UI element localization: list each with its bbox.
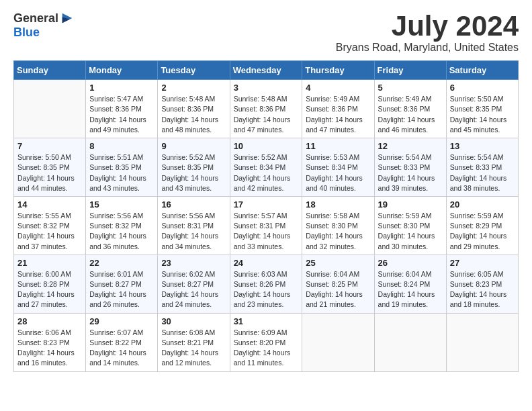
day-info: Sunrise: 6:04 AMSunset: 8:25 PMDaylight:… <box>306 269 370 310</box>
weekday-header-friday: Friday <box>374 61 446 80</box>
day-info: Sunrise: 5:51 AMSunset: 8:35 PMDaylight:… <box>89 152 154 193</box>
day-info: Sunrise: 5:50 AMSunset: 8:35 PMDaylight:… <box>17 152 82 193</box>
logo-general-text: General <box>13 11 58 26</box>
logo-icon <box>60 11 75 26</box>
day-number: 5 <box>378 83 443 93</box>
day-number: 3 <box>234 83 299 93</box>
day-number: 16 <box>161 199 226 210</box>
location-title: Bryans Road, Maryland, United States <box>336 42 519 54</box>
calendar-cell: 21Sunrise: 6:00 AMSunset: 8:28 PMDayligh… <box>14 255 86 313</box>
calendar-cell: 7Sunrise: 5:50 AMSunset: 8:35 PMDaylight… <box>14 138 86 197</box>
calendar-cell: 2Sunrise: 5:48 AMSunset: 8:36 PMDaylight… <box>158 80 230 138</box>
calendar-cell: 23Sunrise: 6:02 AMSunset: 8:27 PMDayligh… <box>158 255 230 313</box>
day-number: 8 <box>89 141 154 151</box>
calendar-cell: 10Sunrise: 5:52 AMSunset: 8:34 PMDayligh… <box>230 138 302 197</box>
day-number: 30 <box>161 316 226 326</box>
calendar-cell: 16Sunrise: 5:56 AMSunset: 8:31 PMDayligh… <box>158 196 230 255</box>
day-number: 25 <box>306 258 370 268</box>
day-info: Sunrise: 5:59 AMSunset: 8:29 PMDaylight:… <box>450 211 515 252</box>
day-number: 17 <box>234 199 299 210</box>
calendar-cell: 30Sunrise: 6:08 AMSunset: 8:21 PMDayligh… <box>158 313 230 371</box>
day-number: 19 <box>378 199 443 210</box>
logo-blue-text: Blue <box>13 26 40 40</box>
day-info: Sunrise: 5:54 AMSunset: 8:33 PMDaylight:… <box>450 152 515 193</box>
day-info: Sunrise: 6:02 AMSunset: 8:27 PMDaylight:… <box>161 269 226 310</box>
day-info: Sunrise: 5:58 AMSunset: 8:30 PMDaylight:… <box>306 211 370 252</box>
calendar-week-2: 7Sunrise: 5:50 AMSunset: 8:35 PMDaylight… <box>14 138 519 197</box>
day-info: Sunrise: 5:48 AMSunset: 8:36 PMDaylight:… <box>234 94 299 135</box>
header: General Blue July 2024 Bryans Road, Mary… <box>13 11 519 54</box>
calendar-cell: 22Sunrise: 6:01 AMSunset: 8:27 PMDayligh… <box>86 255 158 313</box>
day-number: 7 <box>17 141 82 151</box>
day-info: Sunrise: 6:06 AMSunset: 8:23 PMDaylight:… <box>17 328 82 369</box>
calendar-cell: 4Sunrise: 5:49 AMSunset: 8:36 PMDaylight… <box>302 80 374 138</box>
day-number: 15 <box>89 199 154 210</box>
weekday-header-thursday: Thursday <box>302 61 374 80</box>
month-title: July 2024 <box>336 11 519 42</box>
day-number: 23 <box>161 258 226 268</box>
day-info: Sunrise: 5:59 AMSunset: 8:30 PMDaylight:… <box>378 211 443 252</box>
calendar-cell: 20Sunrise: 5:59 AMSunset: 8:29 PMDayligh… <box>446 196 518 255</box>
day-info: Sunrise: 5:52 AMSunset: 8:34 PMDaylight:… <box>234 152 299 193</box>
calendar-cell: 17Sunrise: 5:57 AMSunset: 8:31 PMDayligh… <box>230 196 302 255</box>
calendar-cell: 18Sunrise: 5:58 AMSunset: 8:30 PMDayligh… <box>302 196 374 255</box>
calendar-week-5: 28Sunrise: 6:06 AMSunset: 8:23 PMDayligh… <box>14 313 519 371</box>
calendar-cell: 9Sunrise: 5:52 AMSunset: 8:35 PMDaylight… <box>158 138 230 197</box>
calendar-cell: 19Sunrise: 5:59 AMSunset: 8:30 PMDayligh… <box>374 196 446 255</box>
day-info: Sunrise: 5:48 AMSunset: 8:36 PMDaylight:… <box>161 94 226 135</box>
day-number: 21 <box>17 258 82 268</box>
day-info: Sunrise: 6:05 AMSunset: 8:23 PMDaylight:… <box>450 269 515 310</box>
day-info: Sunrise: 6:04 AMSunset: 8:24 PMDaylight:… <box>378 269 443 310</box>
logo: General Blue <box>13 11 75 40</box>
day-info: Sunrise: 6:03 AMSunset: 8:26 PMDaylight:… <box>234 269 299 310</box>
day-info: Sunrise: 5:52 AMSunset: 8:35 PMDaylight:… <box>161 152 226 193</box>
calendar-cell: 31Sunrise: 6:09 AMSunset: 8:20 PMDayligh… <box>230 313 302 371</box>
calendar-cell: 13Sunrise: 5:54 AMSunset: 8:33 PMDayligh… <box>446 138 518 197</box>
day-number: 18 <box>306 199 370 210</box>
day-number: 22 <box>89 258 154 268</box>
day-info: Sunrise: 5:56 AMSunset: 8:32 PMDaylight:… <box>89 211 154 252</box>
weekday-header-monday: Monday <box>86 61 158 80</box>
calendar-cell: 12Sunrise: 5:54 AMSunset: 8:33 PMDayligh… <box>374 138 446 197</box>
calendar-week-3: 14Sunrise: 5:55 AMSunset: 8:32 PMDayligh… <box>14 196 519 255</box>
calendar-cell: 8Sunrise: 5:51 AMSunset: 8:35 PMDaylight… <box>86 138 158 197</box>
day-number: 9 <box>161 141 226 151</box>
day-info: Sunrise: 5:55 AMSunset: 8:32 PMDaylight:… <box>17 211 82 252</box>
calendar-cell <box>302 313 374 371</box>
day-info: Sunrise: 6:07 AMSunset: 8:22 PMDaylight:… <box>89 328 154 369</box>
day-number: 4 <box>306 83 370 93</box>
day-number: 12 <box>378 141 443 151</box>
day-number: 24 <box>234 258 299 268</box>
calendar-cell: 28Sunrise: 6:06 AMSunset: 8:23 PMDayligh… <box>14 313 86 371</box>
weekday-header-saturday: Saturday <box>446 61 518 80</box>
calendar-cell: 14Sunrise: 5:55 AMSunset: 8:32 PMDayligh… <box>14 196 86 255</box>
day-number: 31 <box>234 316 299 326</box>
day-info: Sunrise: 6:08 AMSunset: 8:21 PMDaylight:… <box>161 328 226 369</box>
weekday-header-tuesday: Tuesday <box>158 61 230 80</box>
day-info: Sunrise: 5:50 AMSunset: 8:35 PMDaylight:… <box>450 94 515 135</box>
day-number: 27 <box>450 258 515 268</box>
day-info: Sunrise: 6:01 AMSunset: 8:27 PMDaylight:… <box>89 269 154 310</box>
day-info: Sunrise: 5:57 AMSunset: 8:31 PMDaylight:… <box>234 211 299 252</box>
day-number: 14 <box>17 199 82 210</box>
day-info: Sunrise: 5:49 AMSunset: 8:36 PMDaylight:… <box>306 94 370 135</box>
day-number: 10 <box>234 141 299 151</box>
day-info: Sunrise: 5:54 AMSunset: 8:33 PMDaylight:… <box>378 152 443 193</box>
calendar-week-4: 21Sunrise: 6:00 AMSunset: 8:28 PMDayligh… <box>14 255 519 313</box>
calendar-cell: 3Sunrise: 5:48 AMSunset: 8:36 PMDaylight… <box>230 80 302 138</box>
calendar-header-row: SundayMondayTuesdayWednesdayThursdayFrid… <box>14 61 519 80</box>
day-number: 1 <box>89 83 154 93</box>
day-info: Sunrise: 5:49 AMSunset: 8:36 PMDaylight:… <box>378 94 443 135</box>
day-number: 29 <box>89 316 154 326</box>
day-number: 28 <box>17 316 82 326</box>
day-number: 11 <box>306 141 370 151</box>
calendar-cell <box>14 80 86 138</box>
day-info: Sunrise: 6:00 AMSunset: 8:28 PMDaylight:… <box>17 269 82 310</box>
calendar-cell: 6Sunrise: 5:50 AMSunset: 8:35 PMDaylight… <box>446 80 518 138</box>
weekday-header-sunday: Sunday <box>14 61 86 80</box>
calendar-week-1: 1Sunrise: 5:47 AMSunset: 8:36 PMDaylight… <box>14 80 519 138</box>
calendar-cell: 27Sunrise: 6:05 AMSunset: 8:23 PMDayligh… <box>446 255 518 313</box>
calendar-table: SundayMondayTuesdayWednesdayThursdayFrid… <box>13 60 519 371</box>
calendar-cell: 11Sunrise: 5:53 AMSunset: 8:34 PMDayligh… <box>302 138 374 197</box>
calendar-cell: 29Sunrise: 6:07 AMSunset: 8:22 PMDayligh… <box>86 313 158 371</box>
